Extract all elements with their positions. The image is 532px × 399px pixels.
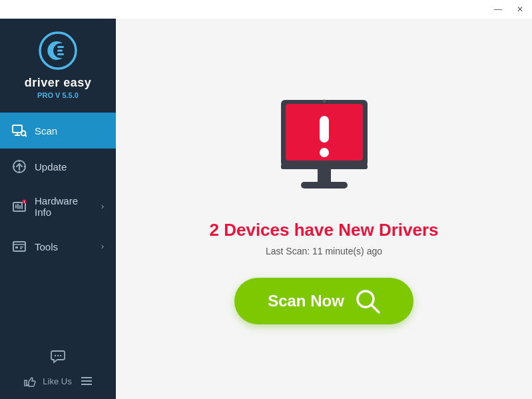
close-button[interactable]: ✕ [513, 3, 527, 15]
svg-point-28 [57, 355, 59, 356]
headline: 2 Devices have New Drivers [210, 220, 439, 240]
svg-rect-36 [320, 148, 329, 157]
logo-text: driver easy [25, 76, 92, 90]
svg-rect-1 [57, 46, 64, 48]
sidebar-item-hardware-info[interactable]: ! Hardware Info › [0, 185, 116, 228]
svg-rect-3 [57, 53, 64, 55]
svg-rect-37 [318, 168, 331, 183]
sidebar-item-scan[interactable]: Scan [0, 113, 116, 149]
svg-point-11 [19, 161, 20, 162]
like-us-row[interactable]: Like Us [15, 372, 101, 390]
tools-icon [12, 239, 27, 254]
update-icon [12, 159, 27, 174]
sidebar-item-tools-label: Tools [35, 241, 58, 252]
like-us-label: Like Us [43, 376, 71, 386]
tools-chevron-icon: › [101, 242, 104, 251]
like-us-icon [24, 375, 36, 387]
svg-point-14 [24, 166, 25, 167]
svg-rect-38 [301, 182, 348, 189]
svg-point-29 [60, 355, 61, 356]
svg-rect-2 [57, 50, 63, 52]
svg-point-13 [13, 166, 15, 167]
scan-now-button[interactable]: Scan Now [234, 278, 413, 324]
svg-rect-35 [320, 116, 329, 143]
svg-rect-39 [281, 164, 368, 169]
scan-search-icon [355, 288, 380, 314]
chat-icon-button[interactable] [47, 346, 69, 367]
sidebar-item-hardware-info-label: Hardware Info [35, 195, 93, 218]
sidebar-item-update[interactable]: Update [0, 149, 116, 185]
titlebar: — ✕ [0, 0, 532, 19]
logo-version: PRO V 5.5.0 [37, 91, 79, 99]
svg-rect-24 [15, 246, 18, 248]
svg-rect-4 [13, 125, 22, 133]
sidebar-item-update-label: Update [35, 161, 67, 173]
logo-icon [38, 31, 78, 71]
svg-point-40 [322, 100, 326, 103]
logo-area: driver easy PRO V 5.5.0 [0, 19, 116, 113]
svg-line-8 [25, 135, 27, 137]
scan-icon [12, 123, 27, 138]
sidebar-bottom: Like Us [0, 346, 116, 399]
svg-rect-25 [20, 246, 23, 248]
svg-line-42 [372, 305, 379, 312]
minimize-button[interactable]: — [491, 3, 505, 15]
sidebar: driver easy PRO V 5.5.0 Scan [0, 0, 116, 399]
last-scan-text: Last Scan: 11 minute(s) ago [266, 246, 382, 256]
main-content: 2 Devices have New Drivers Last Scan: 11… [116, 0, 532, 399]
sidebar-item-tools[interactable]: Tools › [0, 228, 116, 264]
scan-now-label: Scan Now [268, 292, 344, 310]
svg-point-12 [19, 171, 20, 173]
hardware-info-icon: ! [12, 199, 27, 214]
menu-icon [81, 376, 92, 386]
svg-rect-26 [20, 248, 22, 250]
svg-point-27 [55, 355, 56, 356]
hardware-info-chevron-icon: › [101, 202, 104, 211]
sidebar-item-scan-label: Scan [35, 125, 57, 137]
svg-rect-22 [13, 242, 25, 251]
monitor-illustration [258, 93, 391, 206]
